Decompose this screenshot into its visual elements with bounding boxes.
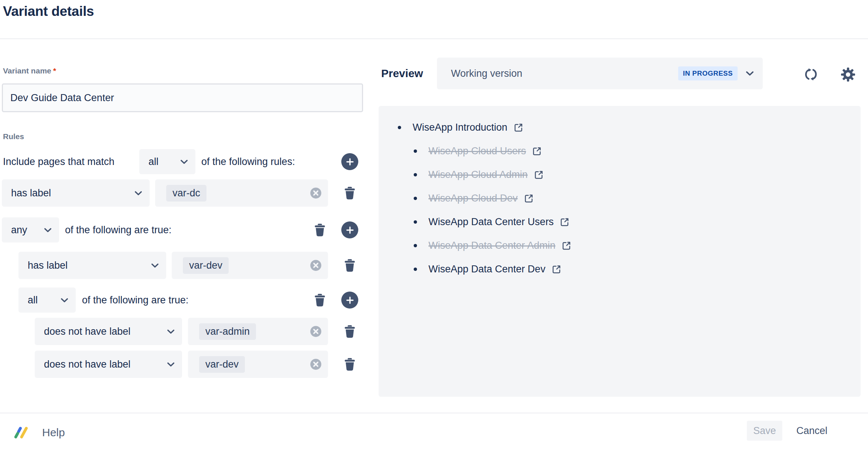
delete-rule-button[interactable]: [342, 324, 358, 339]
remove-label-button[interactable]: [310, 187, 322, 199]
add-nested-rule-button[interactable]: [341, 292, 358, 309]
add-nested-rule-button[interactable]: [341, 221, 358, 238]
group-suffix-text: of the following are true:: [65, 224, 171, 236]
rule-row: does not have label var-admin: [0, 318, 371, 345]
bullet: [414, 173, 417, 176]
external-link-icon[interactable]: [533, 169, 544, 180]
trash-icon: [312, 222, 328, 238]
label-tag: var-dc: [166, 185, 206, 202]
help-link[interactable]: Help: [13, 421, 65, 444]
rule-label-field[interactable]: var-dev: [172, 252, 328, 279]
group-operator-select[interactable]: all: [18, 288, 76, 313]
bullet: [414, 197, 417, 200]
preview-heading: Preview: [381, 67, 423, 80]
rule-operator-select[interactable]: does not have label: [35, 351, 182, 378]
delete-group-button[interactable]: [312, 292, 328, 308]
rule-operator-select[interactable]: has label: [2, 179, 150, 207]
group-operator-value: any: [11, 224, 27, 236]
remove-label-button[interactable]: [310, 358, 322, 371]
preview-page-item: WiseApp Introduction: [379, 116, 861, 139]
variant-name-input[interactable]: [2, 83, 363, 112]
external-link-icon[interactable]: [532, 146, 542, 156]
preview-page-item: WiseApp Cloud Dev: [379, 186, 861, 210]
preview-settings-button[interactable]: [840, 66, 856, 83]
rule-group-row: all of the following are true:: [0, 287, 371, 313]
refresh-icon: [804, 67, 818, 82]
group-operator-value: all: [28, 295, 38, 306]
delete-group-button[interactable]: [312, 222, 328, 238]
rule-operator-select[interactable]: has label: [18, 252, 166, 279]
delete-rule-button[interactable]: [342, 185, 358, 201]
delete-rule-button[interactable]: [342, 258, 358, 273]
footer-divider: [0, 413, 868, 413]
plus-icon: [345, 157, 355, 167]
remove-label-button[interactable]: [310, 325, 322, 338]
add-rule-button[interactable]: [341, 153, 358, 170]
page-title-text: WiseApp Cloud Admin: [428, 169, 528, 180]
delete-rule-button[interactable]: [342, 357, 358, 372]
rule-operator-value: does not have label: [44, 326, 130, 337]
bullet: [414, 149, 417, 153]
trash-icon: [342, 324, 358, 339]
chevron-down-icon: [167, 362, 175, 367]
page-title-text: WiseApp Data Center Dev: [428, 264, 546, 275]
plus-icon: [345, 225, 355, 235]
version-name: Working version: [451, 68, 522, 79]
gear-icon: [840, 66, 856, 83]
trash-icon: [342, 185, 358, 201]
rule-row: does not have label var-dev: [0, 351, 371, 378]
chevron-down-icon: [746, 71, 754, 76]
preview-page-item: WiseApp Data Center Admin: [379, 234, 861, 257]
rule-row: has label var-dev: [0, 252, 371, 279]
refresh-preview-button[interactable]: [804, 67, 818, 82]
trash-icon: [342, 357, 358, 372]
label-tag: var-dev: [183, 257, 229, 274]
page-title-text: WiseApp Introduction: [413, 122, 508, 133]
rule-label-field[interactable]: var-dev: [188, 351, 328, 378]
bullet: [398, 126, 401, 129]
rule-operator-value: has label: [28, 260, 68, 271]
match-operator-value: all: [148, 156, 158, 168]
help-label: Help: [42, 426, 65, 439]
chevron-down-icon: [44, 228, 52, 233]
external-link-icon[interactable]: [523, 193, 534, 204]
match-operator-select[interactable]: all: [139, 149, 195, 174]
rule-label-field[interactable]: var-dc: [155, 179, 328, 207]
cancel-button[interactable]: Cancel: [793, 421, 831, 441]
preview-page-item: WiseApp Data Center Users: [379, 210, 861, 234]
rules-match-row: Include pages that match all of the foll…: [0, 148, 371, 176]
rule-operator-select[interactable]: does not have label: [35, 318, 182, 345]
trash-icon: [312, 292, 328, 308]
preview-panel: WiseApp Introduction WiseApp Cloud Users…: [379, 106, 861, 397]
chevron-down-icon: [167, 329, 175, 334]
external-link-icon[interactable]: [551, 264, 562, 275]
trash-icon: [342, 258, 358, 273]
preview-version-select[interactable]: Working version IN PROGRESS: [437, 58, 763, 89]
rule-operator-value: has label: [11, 187, 51, 199]
page-title-text: WiseApp Cloud Dev: [428, 193, 518, 204]
save-button[interactable]: Save: [747, 421, 782, 441]
variant-details-dialog: Variant details Variant name* Rules Incl…: [0, 0, 868, 451]
page-title-text: WiseApp Cloud Users: [428, 145, 526, 157]
variant-name-label: Variant name*: [3, 66, 56, 75]
match-prefix-text: Include pages that match: [3, 156, 115, 168]
required-asterisk: *: [53, 66, 56, 75]
status-badge: IN PROGRESS: [678, 66, 738, 80]
remove-label-button[interactable]: [310, 259, 322, 272]
external-link-icon[interactable]: [559, 217, 570, 227]
external-link-icon[interactable]: [561, 240, 572, 251]
page-title: Variant details: [3, 4, 94, 19]
chevron-down-icon: [151, 263, 159, 268]
label-tag: var-dev: [199, 356, 245, 373]
group-suffix-text: of the following are true:: [82, 295, 188, 306]
rule-group-row: any of the following are true:: [0, 217, 371, 243]
preview-page-item: WiseApp Cloud Admin: [379, 163, 861, 186]
header-divider: [0, 38, 868, 39]
external-link-icon[interactable]: [513, 122, 524, 133]
group-operator-select[interactable]: any: [2, 217, 59, 242]
label-tag: var-admin: [199, 323, 256, 340]
page-title-text: WiseApp Data Center Admin: [428, 240, 556, 251]
bullet: [414, 244, 417, 247]
rule-label-field[interactable]: var-admin: [188, 318, 328, 345]
chevron-down-icon: [134, 191, 142, 196]
